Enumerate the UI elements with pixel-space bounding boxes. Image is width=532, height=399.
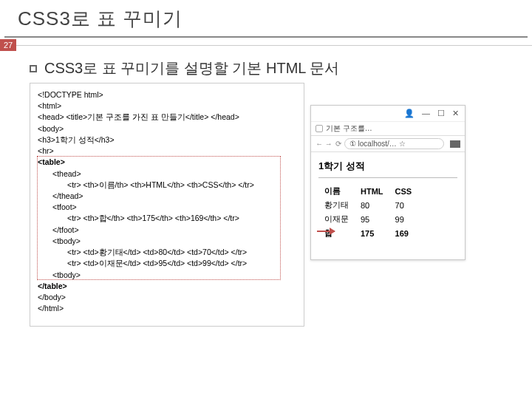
browser-url-bar: ← → ⟳ ① localhost/… ☆: [311, 136, 465, 152]
code-line: <tfoot>: [38, 202, 296, 213]
arrow-icon: [317, 231, 335, 232]
slide-title: CSS3로 표 꾸미기: [18, 6, 528, 32]
td: 70: [389, 198, 418, 212]
code-line: <tr> <th>이름/th> <th>HTML</th> <th>CSS</t…: [38, 180, 296, 191]
menu-icon: [450, 140, 460, 148]
page-heading: 1학기 성적: [318, 160, 457, 173]
code-line: <head> <title>기본 구조를 가진 표 만들기</title> </…: [38, 112, 296, 123]
code-line: </tfoot>: [38, 225, 296, 236]
close-icon: ✕: [452, 109, 459, 118]
th: 이름: [318, 184, 355, 198]
th: 합: [318, 226, 355, 240]
table-row: 황기태 80 70: [318, 198, 417, 212]
tab-title: 기본 구조를…: [326, 123, 372, 134]
reload-icon: ⟳: [335, 140, 341, 148]
th: 169: [389, 226, 418, 240]
pagenum-row: 27: [0, 42, 532, 51]
code-line: </html>: [38, 303, 296, 314]
maximize-icon: ☐: [437, 109, 445, 118]
divider: [16, 45, 532, 46]
code-line: <tr> <td>황기태</td> <td>80</td> <td>70</td…: [38, 247, 296, 258]
th: CSS: [389, 184, 418, 198]
minimize-icon: —: [422, 109, 430, 118]
url-text: ① localhost/… ☆: [344, 138, 444, 149]
code-box: <!DOCTYPE html> <html> <head> <title>기본 …: [30, 83, 304, 327]
code-line: <table>: [38, 157, 296, 168]
td: 95: [355, 212, 389, 226]
favicon-icon: [316, 125, 323, 132]
page-number: 27: [0, 39, 16, 51]
code-line: <html>: [38, 100, 296, 112]
code-line: <tr> <th>합</th> <th>175</th> <th>169</th…: [38, 213, 296, 224]
browser-tab: 기본 구조를…: [311, 122, 465, 136]
columns: <!DOCTYPE html> <html> <head> <title>기본 …: [30, 83, 532, 327]
bullet-icon: [30, 65, 37, 72]
person-icon: 👤: [404, 109, 415, 118]
slide: CSS3로 표 꾸미기 27 CSS3로 표 꾸미기를 설명할 기본 HTML …: [0, 0, 532, 399]
subtitle: CSS3로 표 꾸미기를 설명할 기본 HTML 문서: [44, 58, 339, 78]
code-line: <tbody>: [38, 236, 296, 247]
content: CSS3로 표 꾸미기를 설명할 기본 HTML 문서 <!DOCTYPE ht…: [30, 58, 532, 327]
browser-window-controls: 👤 — ☐ ✕: [311, 106, 465, 122]
nav-arrows-icon: ← →: [316, 140, 332, 148]
code-line: <thead>: [38, 168, 296, 180]
subtitle-line: CSS3로 표 꾸미기를 설명할 기본 HTML 문서: [30, 58, 532, 78]
table-row: 이름 HTML CSS: [318, 184, 417, 198]
th: 175: [355, 226, 389, 240]
hr: [318, 177, 457, 178]
browser-preview: 👤 — ☐ ✕ 기본 구조를… ← → ⟳ ① localhost/… ☆ 1학…: [310, 105, 466, 260]
code-line: <!DOCTYPE html>: [38, 89, 296, 100]
code-line: </table>: [38, 281, 296, 292]
td: 80: [355, 198, 389, 212]
code-line: <hr>: [38, 146, 296, 157]
code-line: </thead>: [38, 191, 296, 202]
code-line: </body>: [38, 292, 296, 303]
code-line: <tr> <td>이재문</td> <td>95</td> <td>99</td…: [38, 258, 296, 269]
code-line: <h3>1학기 성적</h3>: [38, 134, 296, 146]
table-row: 이재문 95 99: [318, 212, 417, 226]
th: HTML: [355, 184, 389, 198]
td: 99: [389, 212, 418, 226]
td: 황기태: [318, 198, 355, 212]
td: 이재문: [318, 212, 355, 226]
code-line: <body>: [38, 123, 296, 134]
title-bar: CSS3로 표 꾸미기: [4, 0, 528, 38]
code-line: <tbody>: [38, 270, 296, 281]
